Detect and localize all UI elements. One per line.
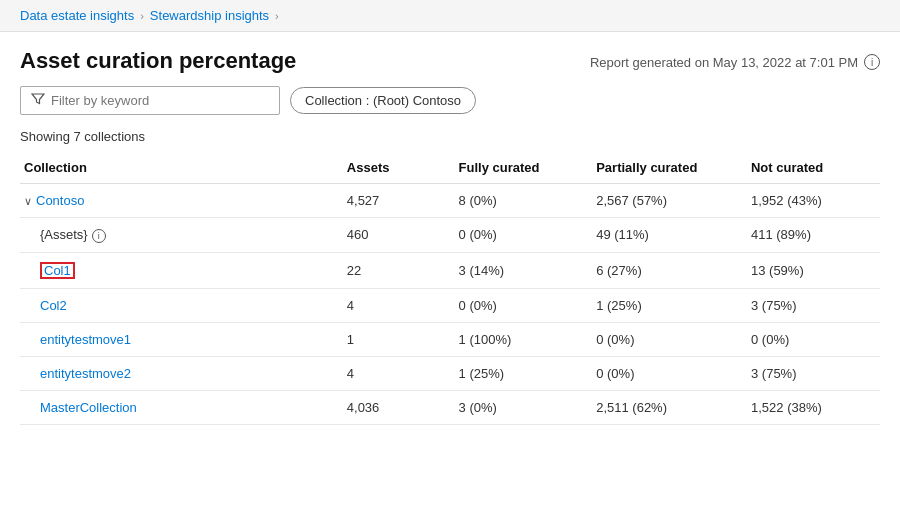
cell-partially_curated-mastercollection: 2,511 (62%) [596, 390, 751, 424]
cell-assets-col2: 4 [347, 288, 459, 322]
cell-not_curated-mastercollection: 1,522 (38%) [751, 390, 880, 424]
table-row: entitytestmove241 (25%)0 (0%)3 (75%) [20, 356, 880, 390]
cell-assets-mastercollection: 4,036 [347, 390, 459, 424]
table-container: Collection Assets Fully curated Partiall… [0, 152, 900, 425]
cell-collection-entitytestmove2: entitytestmove2 [20, 356, 347, 390]
cell-fully_curated-entitytestmove2: 1 (25%) [459, 356, 597, 390]
table-row: entitytestmove111 (100%)0 (0%)0 (0%) [20, 322, 880, 356]
table-row: {Assets}i4600 (0%)49 (11%)411 (89%) [20, 218, 880, 253]
cell-collection-col2: Col2 [20, 288, 347, 322]
table-body: ∨Contoso4,5278 (0%)2,567 (57%)1,952 (43%… [20, 184, 880, 425]
link-mastercollection[interactable]: MasterCollection [40, 400, 137, 415]
col-header-not-curated: Not curated [751, 152, 880, 184]
cell-partially_curated-col1: 6 (27%) [596, 252, 751, 288]
cell-partially_curated-contoso: 2,567 (57%) [596, 184, 751, 218]
table-header-row: Collection Assets Fully curated Partiall… [20, 152, 880, 184]
assets-info-icon[interactable]: i [92, 229, 106, 243]
breadcrumb-stewardship[interactable]: Stewardship insights [150, 8, 269, 23]
showing-count: Showing 7 collections [0, 125, 900, 152]
cell-partially_curated-assets-system: 49 (11%) [596, 218, 751, 253]
cell-fully_curated-assets-system: 0 (0%) [459, 218, 597, 253]
cell-fully_curated-col1: 3 (14%) [459, 252, 597, 288]
link-contoso[interactable]: Contoso [36, 193, 84, 208]
cell-assets-col1: 22 [347, 252, 459, 288]
table-row: MasterCollection4,0363 (0%)2,511 (62%)1,… [20, 390, 880, 424]
cell-collection-entitytestmove1: entitytestmove1 [20, 322, 347, 356]
filter-input-container [20, 86, 280, 115]
link-entitytestmove2[interactable]: entitytestmove2 [40, 366, 131, 381]
link-col1[interactable]: Col1 [44, 263, 71, 278]
link-entitytestmove1[interactable]: entitytestmove1 [40, 332, 131, 347]
cell-collection-assets-system: {Assets}i [20, 218, 347, 253]
cell-partially_curated-col2: 1 (25%) [596, 288, 751, 322]
cell-fully_curated-entitytestmove1: 1 (100%) [459, 322, 597, 356]
breadcrumb-separator-2: › [275, 10, 279, 22]
cell-collection-contoso: ∨Contoso [20, 184, 347, 218]
cell-assets-contoso: 4,527 [347, 184, 459, 218]
link-col2[interactable]: Col2 [40, 298, 67, 313]
col-header-assets: Assets [347, 152, 459, 184]
cell-partially_curated-entitytestmove1: 0 (0%) [596, 322, 751, 356]
cell-not_curated-assets-system: 411 (89%) [751, 218, 880, 253]
report-info: Report generated on May 13, 2022 at 7:01… [590, 54, 880, 70]
cell-not_curated-entitytestmove2: 3 (75%) [751, 356, 880, 390]
cell-assets-entitytestmove2: 4 [347, 356, 459, 390]
filter-icon [31, 92, 45, 109]
cell-collection-col1: Col1 [20, 252, 347, 288]
cell-fully_curated-col2: 0 (0%) [459, 288, 597, 322]
cell-fully_curated-mastercollection: 3 (0%) [459, 390, 597, 424]
col-header-partially-curated: Partially curated [596, 152, 751, 184]
cell-assets-assets-system: 460 [347, 218, 459, 253]
cell-not_curated-contoso: 1,952 (43%) [751, 184, 880, 218]
cell-assets-entitytestmove1: 1 [347, 322, 459, 356]
cell-fully_curated-contoso: 8 (0%) [459, 184, 597, 218]
collection-badge[interactable]: Collection : (Root) Contoso [290, 87, 476, 114]
cell-not_curated-col2: 3 (75%) [751, 288, 880, 322]
breadcrumb: Data estate insights › Stewardship insig… [0, 0, 900, 32]
col-header-collection: Collection [20, 152, 347, 184]
table-row: Col1223 (14%)6 (27%)13 (59%) [20, 252, 880, 288]
curation-table: Collection Assets Fully curated Partiall… [20, 152, 880, 425]
cell-collection-mastercollection: MasterCollection [20, 390, 347, 424]
expand-chevron[interactable]: ∨ [24, 195, 32, 208]
filter-input[interactable] [51, 93, 269, 108]
cell-not_curated-col1: 13 (59%) [751, 252, 880, 288]
report-info-icon[interactable]: i [864, 54, 880, 70]
cell-not_curated-entitytestmove1: 0 (0%) [751, 322, 880, 356]
page-title: Asset curation percentage [20, 48, 296, 74]
table-row: ∨Contoso4,5278 (0%)2,567 (57%)1,952 (43%… [20, 184, 880, 218]
filter-row: Collection : (Root) Contoso [0, 86, 900, 125]
report-date-label: Report generated on May 13, 2022 at 7:01… [590, 55, 858, 70]
breadcrumb-separator-1: › [140, 10, 144, 22]
col-header-fully-curated: Fully curated [459, 152, 597, 184]
page-header: Asset curation percentage Report generat… [0, 32, 900, 86]
table-head: Collection Assets Fully curated Partiall… [20, 152, 880, 184]
table-row: Col240 (0%)1 (25%)3 (75%) [20, 288, 880, 322]
cell-partially_curated-entitytestmove2: 0 (0%) [596, 356, 751, 390]
label-assets-system: {Assets} [40, 227, 88, 242]
breadcrumb-data-estate[interactable]: Data estate insights [20, 8, 134, 23]
